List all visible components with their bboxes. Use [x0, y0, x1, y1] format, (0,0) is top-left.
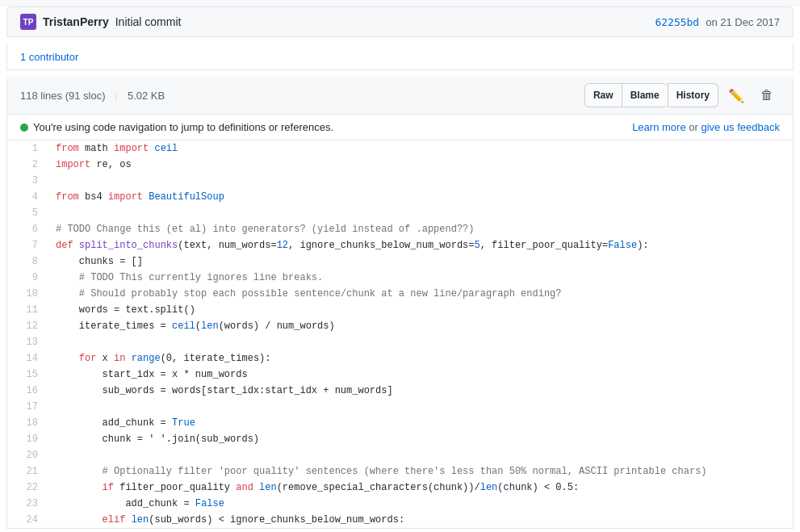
table-row: 3 [7, 173, 793, 189]
delete-icon[interactable]: 🗑 [754, 85, 780, 106]
line-code: from bs4 import BeautifulSoup [48, 189, 793, 205]
contributors-bar: 1 contributor [6, 44, 794, 70]
table-row: 17 [7, 399, 793, 415]
line-number: 12 [7, 318, 48, 334]
line-code: chunks = [] [48, 253, 793, 270]
code-nav-left: You're using code navigation to jump to … [20, 121, 333, 133]
learn-more-link[interactable]: Learn more [632, 121, 685, 133]
table-row: 9 # TODO This currently ignores line bre… [7, 270, 793, 286]
view-buttons: Raw Blame History [584, 83, 718, 107]
code-nav-message: You're using code navigation to jump to … [33, 121, 333, 133]
table-row: 24 elif len(sub_words) < ignore_chunks_b… [7, 512, 793, 528]
line-code: add_chunk = True [48, 415, 793, 431]
table-row: 18 add_chunk = True [7, 415, 793, 431]
line-code: import re, os [48, 157, 793, 173]
line-code: sub_words = words[start_idx:start_idx + … [48, 383, 793, 399]
line-number: 3 [7, 173, 48, 189]
file-meta: 118 lines (91 sloc) | 5.02 KB [20, 90, 165, 102]
line-number: 13 [7, 334, 48, 350]
file-toolbar: 118 lines (91 sloc) | 5.02 KB Raw Blame … [6, 77, 794, 115]
line-code [48, 334, 793, 350]
line-number: 9 [7, 270, 48, 286]
code-nav-separator: or [689, 121, 701, 133]
table-row: 7def split_into_chunks(text, num_words=1… [7, 237, 793, 253]
line-code: # Should probably stop each possible sen… [48, 286, 793, 302]
table-row: 12 iterate_times = ceil(len(words) / num… [7, 318, 793, 334]
commit-message: Initial commit [115, 15, 182, 28]
table-row: 6# TODO Change this (et al) into generat… [7, 221, 793, 237]
line-code: chunk = ' '.join(sub_words) [48, 431, 793, 447]
commit-author[interactable]: TristanPerry [43, 15, 109, 28]
line-number: 7 [7, 237, 48, 253]
line-number: 1 [7, 140, 48, 157]
line-code: start_idx = x * num_words [48, 367, 793, 383]
blame-button[interactable]: Blame [622, 83, 668, 107]
file-size: 5.02 KB [128, 90, 165, 102]
line-number: 15 [7, 367, 48, 383]
line-number: 23 [7, 496, 48, 512]
line-count: 118 lines (91 sloc) [20, 90, 106, 102]
divider: | [115, 90, 118, 102]
commit-left: TP TristanPerry Initial commit [20, 14, 181, 30]
table-row: 8 chunks = [] [7, 253, 793, 270]
table-row: 16 sub_words = words[start_idx:start_idx… [7, 383, 793, 399]
line-number: 10 [7, 286, 48, 302]
file-actions: Raw Blame History ✏️ 🗑 [584, 83, 780, 107]
code-table: 1from math import ceil2import re, os3 4f… [7, 140, 793, 528]
page-wrapper: TP TristanPerry Initial commit 62255bd o… [0, 6, 800, 532]
table-row: 11 words = text.split() [7, 302, 793, 318]
line-code: add_chunk = False [48, 496, 793, 512]
give-feedback-link[interactable]: give us feedback [701, 121, 780, 133]
line-number: 18 [7, 415, 48, 431]
line-code [48, 205, 793, 221]
line-number: 14 [7, 350, 48, 367]
line-number: 4 [7, 189, 48, 205]
line-number: 8 [7, 253, 48, 270]
table-row: 22 if filter_poor_quality and len(remove… [7, 480, 793, 496]
table-row: 13 [7, 334, 793, 350]
line-number: 6 [7, 221, 48, 237]
table-row: 15 start_idx = x * num_words [7, 367, 793, 383]
commit-sha[interactable]: 62255bd [655, 16, 699, 28]
line-code: elif len(sub_words) < ignore_chunks_belo… [48, 512, 793, 528]
code-nav-right: Learn more or give us feedback [632, 121, 780, 133]
line-number: 20 [7, 447, 48, 463]
table-row: 10 # Should probably stop each possible … [7, 286, 793, 302]
line-number: 19 [7, 431, 48, 447]
table-row: 19 chunk = ' '.join(sub_words) [7, 431, 793, 447]
line-number: 5 [7, 205, 48, 221]
table-row: 4from bs4 import BeautifulSoup [7, 189, 793, 205]
avatar: TP [20, 14, 36, 30]
line-code [48, 447, 793, 463]
line-code [48, 399, 793, 415]
line-code: from math import ceil [48, 140, 793, 157]
raw-button[interactable]: Raw [584, 83, 622, 107]
line-number: 11 [7, 302, 48, 318]
history-button[interactable]: History [668, 83, 718, 107]
line-code: iterate_times = ceil(len(words) / num_wo… [48, 318, 793, 334]
commit-date: on 21 Dec 2017 [706, 16, 780, 28]
line-code: def split_into_chunks(text, num_words=12… [48, 237, 793, 253]
line-code: # TODO This currently ignores line break… [48, 270, 793, 286]
code-container: 1from math import ceil2import re, os3 4f… [6, 140, 794, 529]
table-row: 21 # Optionally filter 'poor quality' se… [7, 463, 793, 480]
line-number: 22 [7, 480, 48, 496]
code-nav-banner: You're using code navigation to jump to … [6, 115, 794, 140]
commit-right: 62255bd on 21 Dec 2017 [655, 16, 780, 28]
line-code: if filter_poor_quality and len(remove_sp… [48, 480, 793, 496]
line-code: words = text.split() [48, 302, 793, 318]
table-row: 20 [7, 447, 793, 463]
table-row: 23 add_chunk = False [7, 496, 793, 512]
commit-bar: TP TristanPerry Initial commit 62255bd o… [6, 6, 794, 37]
line-number: 16 [7, 383, 48, 399]
table-row: 1from math import ceil [7, 140, 793, 157]
table-row: 14 for x in range(0, iterate_times): [7, 350, 793, 367]
table-row: 5 [7, 205, 793, 221]
edit-icon[interactable]: ✏️ [722, 85, 751, 107]
line-number: 24 [7, 512, 48, 528]
line-code [48, 173, 793, 189]
table-row: 2import re, os [7, 157, 793, 173]
contributors-link[interactable]: 1 contributor [20, 51, 78, 63]
line-code: # Optionally filter 'poor quality' sente… [48, 463, 793, 480]
line-code: for x in range(0, iterate_times): [48, 350, 793, 367]
